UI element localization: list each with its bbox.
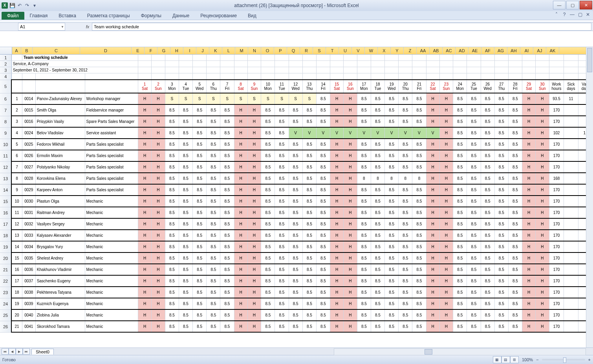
- cell[interactable]: [371, 73, 384, 80]
- day-header[interactable]: 19Wed: [385, 80, 399, 93]
- row-header[interactable]: 11: [0, 150, 11, 161]
- work-hours[interactable]: 102: [549, 127, 564, 139]
- cell[interactable]: [426, 61, 439, 67]
- row-num[interactable]: 21: [11, 321, 22, 332]
- day-cell[interactable]: 8.5: [207, 150, 220, 161]
- day-cell[interactable]: 8.5: [453, 264, 467, 275]
- day-cell[interactable]: 8.5: [261, 275, 275, 287]
- day-cell[interactable]: 8.5: [220, 150, 234, 161]
- day-cell[interactable]: H: [344, 321, 357, 332]
- day-cell[interactable]: H: [152, 150, 165, 161]
- day-cell[interactable]: 8.5: [261, 252, 275, 264]
- day-cell[interactable]: 8.5: [193, 104, 207, 116]
- day-header[interactable]: 24Mon: [453, 80, 467, 93]
- day-cell[interactable]: 8.5: [179, 116, 192, 127]
- day-cell[interactable]: 8.5: [385, 321, 399, 332]
- day-cell[interactable]: H: [344, 173, 357, 184]
- day-header[interactable]: 6Thu: [207, 80, 220, 93]
- day-cell[interactable]: H: [247, 309, 261, 321]
- cell[interactable]: [247, 61, 261, 67]
- day-cell[interactable]: 8.5: [179, 230, 192, 241]
- cell[interactable]: [330, 67, 344, 73]
- emp-id[interactable]: 0033: [22, 230, 35, 241]
- work-hours[interactable]: 170: [549, 252, 564, 264]
- day-cell[interactable]: 8.5: [316, 275, 330, 287]
- day-cell[interactable]: 8.5: [165, 252, 179, 264]
- day-cell[interactable]: 8: [412, 173, 426, 184]
- day-cell[interactable]: 8.5: [261, 139, 275, 150]
- day-cell[interactable]: 8.5: [481, 321, 494, 332]
- day-cell[interactable]: 8.5: [275, 196, 289, 207]
- day-cell[interactable]: 8.5: [385, 298, 399, 309]
- day-cell[interactable]: H: [522, 127, 535, 139]
- day-cell[interactable]: 8.5: [371, 264, 384, 275]
- day-cell[interactable]: H: [439, 230, 453, 241]
- row-header[interactable]: 23: [0, 287, 11, 298]
- emp-role[interactable]: Spare Parts Sales Manager: [85, 116, 138, 127]
- day-header[interactable]: 17Mon: [357, 80, 371, 93]
- col-header[interactable]: G: [157, 47, 170, 54]
- day-cell[interactable]: H: [439, 127, 453, 139]
- day-cell[interactable]: 8.5: [412, 321, 426, 332]
- tab-1[interactable]: Вставка: [53, 12, 82, 20]
- day-cell[interactable]: 8.5: [494, 127, 508, 139]
- day-cell[interactable]: H: [344, 230, 357, 241]
- work-hours[interactable]: 170: [549, 184, 564, 196]
- cell[interactable]: [357, 67, 371, 73]
- day-cell[interactable]: 8.5: [371, 161, 384, 173]
- sick-days[interactable]: 11: [564, 93, 578, 104]
- day-cell[interactable]: 8.5: [165, 298, 179, 309]
- day-cell[interactable]: 8.5: [494, 93, 508, 104]
- day-cell[interactable]: 8.5: [179, 252, 192, 264]
- day-cell[interactable]: H: [138, 218, 152, 230]
- day-cell[interactable]: 8.5: [453, 298, 467, 309]
- col-header[interactable]: L: [222, 47, 235, 54]
- day-cell[interactable]: 8.5: [371, 321, 384, 332]
- day-cell[interactable]: H: [330, 184, 344, 196]
- day-cell[interactable]: 8.5: [275, 116, 289, 127]
- emp-name[interactable]: Prisypkin Vasily: [35, 116, 85, 127]
- day-cell[interactable]: 8.5: [316, 287, 330, 298]
- day-cell[interactable]: H: [344, 161, 357, 173]
- day-cell[interactable]: H: [247, 287, 261, 298]
- day-cell[interactable]: 8.5: [275, 241, 289, 252]
- tab-2[interactable]: Разметка страницы: [82, 12, 135, 20]
- cell[interactable]: [261, 73, 275, 80]
- cell[interactable]: [357, 55, 371, 61]
- emp-id[interactable]: 0030: [22, 196, 35, 207]
- day-cell[interactable]: H: [536, 264, 549, 275]
- emp-id[interactable]: 0035: [22, 252, 35, 264]
- day-cell[interactable]: 8.5: [220, 321, 234, 332]
- cell[interactable]: [399, 61, 412, 67]
- day-cell[interactable]: H: [247, 173, 261, 184]
- day-cell[interactable]: V: [412, 127, 426, 139]
- day-cell[interactable]: 8.5: [481, 264, 494, 275]
- day-cell[interactable]: H: [234, 252, 247, 264]
- day-cell[interactable]: 8.5: [385, 196, 399, 207]
- day-cell[interactable]: H: [522, 309, 535, 321]
- day-cell[interactable]: 8.5: [481, 275, 494, 287]
- emp-id[interactable]: 0025: [22, 139, 35, 150]
- day-cell[interactable]: 8.5: [316, 241, 330, 252]
- day-cell[interactable]: 8.5: [385, 264, 399, 275]
- day-cell[interactable]: 8.5: [371, 298, 384, 309]
- cell[interactable]: [179, 67, 192, 73]
- day-cell[interactable]: H: [330, 252, 344, 264]
- cell[interactable]: [35, 73, 85, 80]
- col-header[interactable]: T: [326, 47, 339, 54]
- day-cell[interactable]: H: [247, 116, 261, 127]
- day-cell[interactable]: 8.5: [316, 104, 330, 116]
- cell[interactable]: [234, 73, 247, 80]
- emp-id[interactable]: 0032: [22, 218, 35, 230]
- row-header[interactable]: 6: [0, 93, 11, 104]
- cell[interactable]: [467, 61, 481, 67]
- cell[interactable]: [494, 67, 508, 73]
- day-cell[interactable]: 8.5: [179, 264, 192, 275]
- day-cell[interactable]: 8.5: [412, 116, 426, 127]
- day-cell[interactable]: H: [234, 139, 247, 150]
- day-cell[interactable]: 8.5: [165, 275, 179, 287]
- day-cell[interactable]: 8.5: [453, 275, 467, 287]
- day-cell[interactable]: 8.5: [399, 252, 412, 264]
- day-cell[interactable]: 8.5: [316, 93, 330, 104]
- day-cell[interactable]: 8.5: [165, 287, 179, 298]
